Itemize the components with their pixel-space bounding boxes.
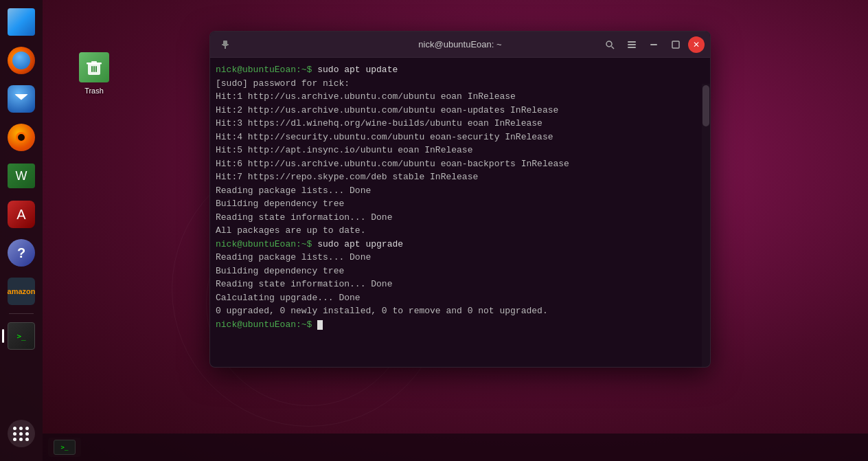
cmd-2: sudo apt upgrade bbox=[317, 239, 403, 249]
svg-rect-13 bbox=[628, 47, 636, 48]
terminal-line-6: Hit:4 http://security.ubuntu.com/ubuntu … bbox=[216, 131, 696, 144]
close-button[interactable]: ✕ bbox=[688, 36, 705, 53]
terminal-titlebar: nick@ubuntuEoan: ~ bbox=[210, 32, 710, 58]
svg-rect-14 bbox=[650, 44, 657, 45]
prompt-3: nick@ubuntuEoan:~$ bbox=[216, 319, 312, 330]
dock-divider bbox=[9, 313, 34, 314]
svg-point-9 bbox=[606, 41, 612, 47]
svg-rect-3 bbox=[91, 66, 93, 72]
firefox-icon bbox=[8, 47, 35, 74]
terminal-line-7: Hit:5 http://apt.insync.io/ubuntu eoan I… bbox=[216, 144, 696, 157]
terminal-line-15: Reading package lists... Done bbox=[216, 251, 696, 265]
terminal-line-17: Reading state information... Done bbox=[216, 278, 696, 291]
trash-label: Trash bbox=[84, 87, 104, 95]
prompt-1: nick@ubuntuEoan:~$ bbox=[216, 65, 312, 75]
terminal-line-3: Hit:1 http://us.archive.ubuntu.com/ubunt… bbox=[216, 90, 696, 104]
terminal-line-18: Calculating upgrade... Done bbox=[216, 291, 696, 305]
terminal-line-1: nick@ubuntuEoan:~$ sudo apt update bbox=[216, 63, 696, 77]
dock-item-amazon[interactable]: amazon bbox=[5, 275, 38, 308]
desktop-icon-trash[interactable]: Trash bbox=[67, 51, 122, 95]
rhythmbox-icon bbox=[8, 124, 35, 151]
dock-item-firefox[interactable] bbox=[5, 44, 38, 77]
svg-rect-8 bbox=[222, 44, 229, 45]
files-icon bbox=[8, 8, 35, 36]
minimize-button[interactable] bbox=[644, 35, 663, 54]
terminal-body[interactable]: nick@ubuntuEoan:~$ sudo apt update [sudo… bbox=[210, 58, 710, 367]
terminal-line-19: 0 upgraded, 0 newly installed, 0 to remo… bbox=[216, 304, 696, 318]
cmd-1: sudo apt update bbox=[317, 65, 398, 75]
terminal-window: nick@ubuntuEoan: ~ bbox=[209, 31, 711, 368]
menu-button[interactable] bbox=[622, 35, 641, 54]
scrollbar-thumb[interactable] bbox=[703, 85, 709, 126]
dock-item-help[interactable]: ? bbox=[5, 236, 38, 269]
dock-item-thunderbird[interactable] bbox=[5, 82, 38, 115]
search-button[interactable] bbox=[600, 35, 619, 54]
terminal-line-14: nick@ubuntuEoan:~$ sudo apt upgrade bbox=[216, 238, 696, 251]
dock-item-rhythmbox[interactable] bbox=[5, 121, 38, 154]
dock-item-show-apps[interactable] bbox=[5, 420, 38, 453]
dock-item-files[interactable] bbox=[5, 5, 38, 38]
terminal-line-11: Building dependency tree bbox=[216, 197, 696, 211]
svg-rect-2 bbox=[87, 63, 102, 65]
libreoffice-icon: W bbox=[8, 164, 35, 188]
svg-rect-4 bbox=[93, 66, 95, 72]
amazon-icon: amazon bbox=[8, 278, 35, 305]
terminal-line-20: nick@ubuntuEoan:~$ bbox=[216, 318, 696, 332]
dock-item-appcenter[interactable]: A bbox=[5, 198, 38, 231]
grid-dots bbox=[13, 427, 30, 441]
pin-button[interactable] bbox=[216, 35, 235, 54]
svg-rect-15 bbox=[672, 41, 679, 48]
terminal-line-12: Reading state information... Done bbox=[216, 211, 696, 225]
help-icon: ? bbox=[8, 239, 35, 267]
terminal-line-4: Hit:2 http://us.archive.ubuntu.com/ubunt… bbox=[216, 104, 696, 117]
scrollbar-track[interactable] bbox=[702, 84, 710, 367]
taskbar-terminal-item[interactable]: >_ bbox=[48, 438, 81, 457]
appcenter-icon: A bbox=[8, 201, 35, 228]
taskbar-terminal-icon: >_ bbox=[54, 440, 76, 455]
taskbar-bottom: >_ bbox=[43, 434, 868, 461]
terminal-dock-icon: >_ bbox=[8, 322, 35, 350]
svg-line-10 bbox=[612, 46, 615, 49]
terminal-line-8: Hit:6 http://us.archive.ubuntu.com/ubunt… bbox=[216, 157, 696, 171]
maximize-button[interactable] bbox=[666, 35, 685, 54]
terminal-line-10: Reading package lists... Done bbox=[216, 184, 696, 198]
svg-rect-7 bbox=[225, 46, 226, 49]
terminal-line-13: All packages are up to date. bbox=[216, 224, 696, 238]
terminal-line-9: Hit:7 https://repo.skype.com/deb stable … bbox=[216, 170, 696, 184]
dock: W A ? amazon >_ bbox=[0, 0, 43, 461]
terminal-line-5: Hit:3 https://dl.winehq.org/wine-builds/… bbox=[216, 117, 696, 131]
thunderbird-icon bbox=[8, 85, 35, 113]
svg-rect-11 bbox=[628, 41, 636, 43]
dock-item-terminal[interactable]: >_ bbox=[5, 319, 38, 352]
prompt-2: nick@ubuntuEoan:~$ bbox=[216, 239, 312, 249]
svg-rect-12 bbox=[628, 44, 636, 45]
svg-rect-5 bbox=[95, 66, 97, 72]
terminal-line-2: [sudo] password for nick: bbox=[216, 77, 696, 91]
terminal-controls-right: ✕ bbox=[600, 35, 705, 54]
trash-icon-graphic bbox=[78, 51, 111, 84]
dock-item-libreoffice[interactable]: W bbox=[5, 159, 38, 192]
show-apps-icon bbox=[8, 420, 35, 447]
terminal-cursor bbox=[317, 320, 323, 330]
terminal-line-16: Building dependency tree bbox=[216, 265, 696, 278]
terminal-title: nick@ubuntuEoan: ~ bbox=[418, 39, 501, 49]
terminal-controls-left bbox=[216, 35, 235, 54]
